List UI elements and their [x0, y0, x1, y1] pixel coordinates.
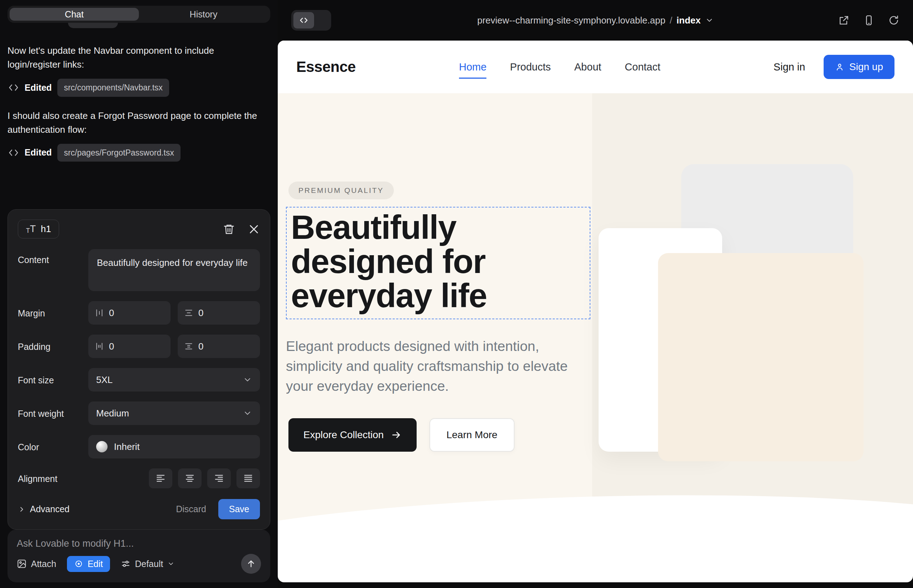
- advanced-toggle[interactable]: Advanced: [18, 504, 70, 514]
- site-navbar: Essence Home Products About Contact Sign…: [278, 40, 913, 93]
- sign-in-link[interactable]: Sign in: [774, 61, 805, 73]
- padding-vertical-icon: [184, 342, 193, 351]
- margin-y-input[interactable]: [198, 307, 254, 318]
- preview-topbar: preview--charming-site-symphony.lovable.…: [278, 0, 913, 40]
- code-view-segment[interactable]: [293, 12, 314, 29]
- edit-target-icon: [74, 559, 83, 569]
- margin-y-field[interactable]: [178, 301, 260, 325]
- trash-icon[interactable]: [223, 223, 235, 235]
- close-icon[interactable]: [248, 223, 260, 235]
- chat-sidebar: Chat History Now let's update the Navbar…: [0, 0, 278, 588]
- align-justify-button[interactable]: [236, 468, 260, 488]
- edit-mode-button[interactable]: Edit: [67, 556, 110, 572]
- code-view-toggle[interactable]: [291, 10, 331, 31]
- site-preview: Essence Home Products About Contact Sign…: [278, 40, 913, 582]
- color-select[interactable]: Inherit: [88, 435, 260, 459]
- chat-message: I should also create a Forgot Password p…: [8, 109, 260, 137]
- premium-quality-badge: PREMIUM QUALITY: [288, 181, 394, 199]
- refresh-icon[interactable]: [888, 15, 900, 26]
- attach-image-icon: [17, 559, 27, 569]
- hero-section: PREMIUM QUALITY Beautifully designed for…: [278, 93, 913, 550]
- align-right-button[interactable]: [207, 468, 231, 488]
- discard-button[interactable]: Discard: [176, 504, 206, 514]
- color-label: Color: [18, 441, 88, 452]
- font-size-value: 5XL: [96, 375, 113, 386]
- explore-collection-button[interactable]: Explore Collection: [288, 418, 417, 452]
- nav-link-contact[interactable]: Contact: [625, 61, 660, 73]
- chevron-down-icon: [705, 16, 714, 24]
- default-label: Default: [135, 559, 163, 569]
- site-logo[interactable]: Essence: [296, 58, 356, 76]
- edited-label: Edited: [24, 81, 52, 95]
- site-nav-links: Home Products About Contact: [459, 61, 660, 73]
- tab-history[interactable]: History: [139, 8, 268, 21]
- save-button[interactable]: Save: [218, 499, 260, 519]
- edited-file-row: Edited src/components/Navbar.tsx: [8, 79, 270, 97]
- font-weight-select[interactable]: Medium: [88, 402, 260, 425]
- align-justify-icon: [243, 473, 254, 484]
- arrow-up-icon: [246, 559, 256, 569]
- nav-link-products[interactable]: Products: [510, 61, 550, 73]
- edited-file-row: Edited src/pages/ForgotPassword.tsx: [8, 144, 270, 162]
- font-size-label: Font size: [18, 375, 88, 386]
- code-icon: [299, 15, 309, 25]
- element-editor-panel: TT h1 Content Beautifully designed for e…: [8, 209, 270, 530]
- nav-link-home[interactable]: Home: [459, 61, 486, 73]
- hero-headline[interactable]: Beautifully designed for everyday life: [291, 210, 587, 313]
- sign-up-button[interactable]: Sign up: [824, 55, 895, 79]
- url-separator: /: [670, 15, 672, 26]
- default-mode-select[interactable]: Default: [121, 559, 175, 569]
- align-left-button[interactable]: [149, 468, 172, 488]
- mobile-view-icon[interactable]: [863, 15, 874, 26]
- padding-x-field[interactable]: [88, 334, 170, 358]
- hero-subtext: Elegant products designed with intention…: [286, 336, 571, 396]
- chevron-down-icon: [167, 560, 175, 567]
- sidebar-tabbar: Chat History: [8, 6, 270, 23]
- padding-label: Padding: [18, 341, 88, 352]
- attach-button[interactable]: Attach: [17, 559, 56, 569]
- send-button[interactable]: [241, 554, 261, 574]
- preview-panel: preview--charming-site-symphony.lovable.…: [278, 0, 913, 588]
- nav-link-about[interactable]: About: [575, 61, 601, 73]
- margin-horizontal-icon: [95, 308, 104, 318]
- font-size-icon: TT: [26, 224, 36, 234]
- content-input[interactable]: Beautifully designed for everyday life: [88, 249, 260, 291]
- open-external-icon[interactable]: [838, 15, 850, 26]
- edit-label: Edit: [87, 559, 103, 569]
- align-center-button[interactable]: [178, 468, 202, 488]
- decor-card-beige: [658, 253, 863, 461]
- user-icon: [835, 62, 844, 71]
- tab-chat[interactable]: Chat: [10, 8, 139, 21]
- padding-x-input[interactable]: [109, 341, 164, 352]
- chevron-down-icon: [243, 409, 252, 418]
- padding-horizontal-icon: [95, 342, 104, 351]
- padding-y-input[interactable]: [198, 341, 254, 352]
- file-chip[interactable]: src/components/Navbar.tsx: [57, 79, 169, 97]
- color-value: Inherit: [114, 441, 139, 452]
- chat-message: Now let's update the Navbar component to…: [8, 44, 260, 71]
- selected-element-tag[interactable]: TT h1: [18, 220, 59, 239]
- alignment-label: Alignment: [18, 473, 88, 484]
- margin-x-field[interactable]: [88, 301, 170, 325]
- element-tag-label: h1: [41, 223, 51, 234]
- content-label: Content: [18, 249, 88, 265]
- align-left-icon: [155, 473, 166, 484]
- preview-url[interactable]: preview--charming-site-symphony.lovable.…: [477, 15, 714, 26]
- selected-h1-outline[interactable]: Beautifully designed for everyday life: [286, 207, 590, 319]
- font-weight-value: Medium: [96, 408, 129, 419]
- composer-input[interactable]: [17, 538, 261, 554]
- advanced-label: Advanced: [30, 504, 70, 514]
- color-swatch: [96, 441, 108, 452]
- code-icon: [8, 147, 19, 158]
- chevron-down-icon: [243, 375, 252, 384]
- url-domain: preview--charming-site-symphony.lovable.…: [477, 15, 665, 26]
- learn-more-button[interactable]: Learn More: [429, 418, 515, 452]
- font-size-select[interactable]: 5XL: [88, 368, 260, 391]
- file-chip[interactable]: src/pages/ForgotPassword.tsx: [57, 144, 180, 162]
- chevron-right-icon: [18, 506, 26, 513]
- padding-y-field[interactable]: [178, 334, 260, 358]
- code-icon: [8, 82, 19, 93]
- explore-collection-label: Explore Collection: [303, 429, 384, 441]
- margin-x-input[interactable]: [109, 307, 164, 318]
- margin-vertical-icon: [184, 308, 193, 318]
